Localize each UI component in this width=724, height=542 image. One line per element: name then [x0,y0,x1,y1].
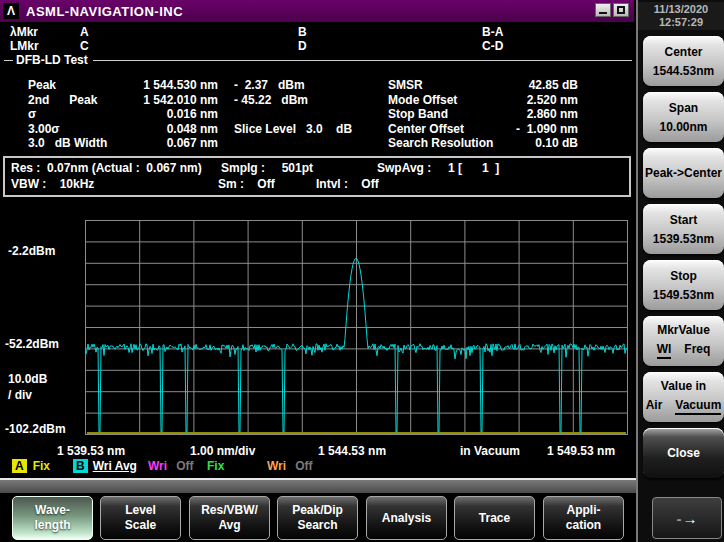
smsr-label: SMSR [388,78,510,93]
result-row-center-offset: Center Offset - 1.090 nm [388,122,578,137]
trace-d-indicator[interactable]: Fix [207,459,224,473]
dfb-results-right: SMSR 42.85 dB Mode Offset 2.520 nm Stop … [388,78,578,151]
mode-offset-label: Mode Offset [388,93,510,108]
stop-band-label: Stop Band [388,107,510,122]
softkey-peak-to-center[interactable]: Peak->Center [643,148,724,198]
start-wavelength-label: 1 539.53 nm [57,444,125,458]
softkey-stop[interactable]: Stop 1549.53nm [643,260,724,310]
titlebar: Λ ASML-NAVIGATION-INC [0,0,634,22]
softkey-close[interactable]: Close [643,428,724,478]
smoothing-status: Sm : Off [218,177,275,191]
minimize-icon [599,12,607,14]
time-value: 12:57:29 [638,16,724,29]
trace-c-state: Off [176,459,193,473]
dfb-ld-test-title: DFB-LD Test [16,53,88,67]
datetime-display: 11/13/2020 12:57:29 [638,2,724,30]
resolution-status: Res : 0.07nm (Actual : 0.067 nm) [11,161,202,175]
trace-e-indicator[interactable]: WriOff [267,459,312,473]
marker-b-label: B [298,25,307,39]
marker-b-a-label: B-A [482,25,503,39]
trace-b-mode: Wri Avg [93,459,137,473]
menu-trace-button[interactable]: Trace [454,496,535,540]
smsr-value: 42.85 dB [510,78,578,93]
trace-e-state: Off [295,459,312,473]
mkr-value-wavelength-option[interactable]: Wl [657,342,672,359]
softkey-mkr-value[interactable]: MkrValue WlFreq [643,316,724,366]
db-width-label: 3.0 dB Width [28,136,130,151]
softkey-span[interactable]: Span 10.00nm [643,92,724,142]
center-offset-value: - 1.090 nm [510,122,578,137]
sigma-value: 0.016 nm [130,107,218,122]
sigma-label: σ [28,107,130,122]
menu-application-button[interactable]: Appli-cation [543,496,624,540]
slice-level-value: Slice Level 3.0 dB [218,122,352,137]
right-arrow-icon: → [683,510,698,527]
marker-c-label: C [80,39,89,53]
center-wavelength-setting: 1544.53nm [653,64,714,78]
menu-analysis-button[interactable]: Analysis [366,496,447,540]
mode-offset-value: 2.520 nm [510,93,578,108]
maximize-button[interactable] [613,3,629,17]
ref-level-value: -2.2dBm [8,244,55,258]
menu-level-scale-button[interactable]: LevelScale [100,496,181,540]
trace-d-mode: Fix [207,459,224,473]
center-offset-label: Center Offset [388,122,510,137]
bottom-level-value: -102.2dBm [5,422,66,436]
softkey-value-in[interactable]: Value in AirVacuum [643,372,724,422]
mkr-value-freq-option[interactable]: Freq [684,342,710,359]
interval-status: Intvl : Off [316,177,379,191]
peak-label: Peak [28,78,130,93]
per-div-label: 1.00 nm/div [190,444,255,458]
vbw-status: VBW : 10kHz [11,177,94,191]
span-setting: 10.00nm [659,120,707,134]
menu-bar-strip [0,480,637,493]
stop-band-value: 2.860 nm [510,107,578,122]
spectrum-plot [85,220,629,436]
softkey-center[interactable]: Center 1544.53nm [643,36,724,86]
trace-b-indicator[interactable]: BWri Avg [73,459,137,473]
value-in-air-option[interactable]: Air [646,398,663,415]
sweep-status-box: Res : 0.07nm (Actual : 0.067 nm) Smplg :… [3,156,631,197]
marker-a-label: A [80,25,89,39]
softkey-start[interactable]: Start 1539.53nm [643,204,724,254]
result-row-peak: Peak 1 544.530 nm - 2.37 dBm [28,78,352,93]
trace-e-mode: Wri [267,459,286,473]
maximize-icon [617,6,625,14]
legend-rule [93,60,632,61]
date-value: 11/13/2020 [638,3,724,16]
wavelength-marker-label: λMkr [10,25,38,39]
menu-res-vbw-avg-button[interactable]: Res/VBW/Avg [189,496,270,540]
dfb-ld-test-section-header: DFB-LD Test [4,53,632,67]
stop-wavelength-setting: 1549.53nm [653,288,714,302]
stop-wavelength-label: 1 549.53 nm [547,444,615,458]
result-row-mode-offset: Mode Offset 2.520 nm [388,93,578,108]
value-in-vacuum-option[interactable]: Vacuum [675,398,721,415]
marker-d-label: D [298,39,307,53]
menu-wavelength-button[interactable]: Wave-length [12,496,93,540]
peak-level-value: - 2.37 dBm [218,78,305,93]
medium-label: in Vacuum [460,444,520,458]
trace-c-indicator[interactable]: WriOff [148,459,193,473]
start-wavelength-setting: 1539.53nm [653,232,714,246]
trace-a-mode: Fix [33,459,50,473]
trace-c-mode: Wri [148,459,167,473]
three-sigma-label: 3.00σ [28,122,130,137]
minimize-button[interactable] [595,3,611,17]
window-title: ASML-NAVIGATION-INC [26,4,183,19]
db-width-value: 0.067 nm [130,136,218,151]
level-marker-label: LMkr [10,39,39,53]
result-row-stop-band: Stop Band 2.860 nm [388,107,578,122]
result-row-db-width: 3.0 dB Width 0.067 nm [28,136,352,151]
second-peak-level-value: - 45.22 dBm [218,93,308,108]
result-row-2nd-peak: 2nd Peak 1 542.010 nm - 45.22 dBm [28,93,352,108]
trace-a-letter: A [12,459,27,473]
trace-a-indicator[interactable]: AFix [12,459,50,473]
logo-glyph: Λ [7,4,15,18]
trace-b-letter: B [73,459,88,473]
search-resolution-label: Search Resolution [388,136,510,151]
result-row-search-resolution: Search Resolution 0.10 dB [388,136,578,151]
more-softkeys-button[interactable]: - → [652,497,722,539]
spectrum-display: -2.2dBm -52.2dBm 10.0dB / div -102.2dBm … [0,198,634,454]
menu-peak-dip-search-button[interactable]: Peak/DipSearch [277,496,358,540]
app-logo-icon: Λ [3,3,19,19]
